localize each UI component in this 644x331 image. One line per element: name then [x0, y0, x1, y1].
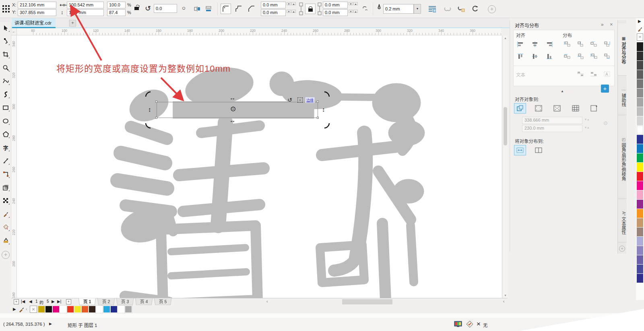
outline-width-dropdown[interactable]: ▾: [414, 4, 421, 14]
spin-up-tl[interactable]: ▴: [291, 2, 296, 5]
selected-rectangle[interactable]: [157, 102, 318, 118]
rotate-handle-bl[interactable]: [145, 122, 151, 129]
round-corner-button[interactable]: [221, 4, 231, 14]
scale-v-field[interactable]: 87.4: [107, 9, 126, 16]
color-swatch[interactable]: [637, 228, 643, 236]
color-swatch[interactable]: [637, 265, 643, 273]
ellipse-tool[interactable]: [1, 116, 10, 125]
last-page-icon[interactable]: ▶|: [57, 299, 61, 304]
color-swatch[interactable]: [637, 144, 643, 153]
corner-radius-bl-field[interactable]: 0.0 mm: [261, 9, 286, 16]
color-swatch[interactable]: [637, 98, 643, 107]
crop-tool[interactable]: [1, 50, 10, 59]
text-wrap-button[interactable]: [427, 4, 437, 14]
chamfered-corner-button[interactable]: [246, 4, 257, 14]
spin-down-bl[interactable]: ▾: [287, 10, 291, 13]
color-swatch[interactable]: [637, 163, 643, 172]
color-eyedropper-tool[interactable]: [1, 209, 10, 218]
drawing-canvas[interactable]: 将矩形的宽度或高度设置为整数例如10mm ↔ ↔ ↕ ↕ ⊙ ↺ + 边缘: [17, 35, 502, 298]
selection-node-bl[interactable]: [155, 117, 157, 119]
scale-h-field[interactable]: 100.0: [107, 2, 126, 8]
color-swatch[interactable]: [637, 89, 643, 97]
rotate-handle-tl[interactable]: [145, 91, 151, 97]
color-swatch[interactable]: [637, 274, 643, 283]
stretch-handle-bottom[interactable]: ↔: [229, 117, 235, 124]
add-page-end-button[interactable]: +: [66, 299, 71, 304]
outline-width-field[interactable]: 0.2 mm: [383, 4, 414, 14]
color-swatch[interactable]: [52, 306, 60, 313]
quick-customize-button[interactable]: +: [488, 5, 496, 13]
align-bottom-button[interactable]: [544, 52, 555, 61]
distribute-to-page-button[interactable]: [533, 145, 545, 155]
distribute-center-v-button[interactable]: [575, 52, 586, 61]
shape-tool[interactable]: [1, 37, 10, 46]
side-tab-text-properties[interactable]: A° 文本属性: [618, 202, 627, 242]
corner-radius-lock-button[interactable]: [305, 4, 316, 14]
fill-color-status-icon[interactable]: [466, 321, 473, 328]
free-rotate-icon[interactable]: ↺: [287, 97, 292, 103]
color-swatch[interactable]: [637, 61, 643, 70]
free-transform-icon[interactable]: +: [297, 97, 303, 103]
color-swatch[interactable]: [637, 237, 643, 246]
transparency-tool[interactable]: [1, 196, 10, 205]
distribute-bottom-button[interactable]: [602, 52, 612, 61]
rotation-field[interactable]: 0.0: [154, 4, 177, 13]
selection-node-tr[interactable]: [317, 101, 319, 103]
pick-point-icon[interactable]: ⊙: [603, 120, 608, 126]
distribute-spacing-h-button[interactable]: [588, 40, 599, 49]
page-tab-4[interactable]: 页 4: [135, 298, 153, 305]
convert-to-curves-icon[interactable]: [470, 4, 480, 14]
text-baseline-last-button[interactable]: [588, 70, 599, 79]
corner-radius-tr-field[interactable]: 0.0 mm: [323, 2, 348, 8]
hscroll-right-icon[interactable]: ‹: [503, 299, 504, 304]
scroll-down-icon[interactable]: ▾: [503, 294, 508, 297]
align-to-page-edge-button[interactable]: [533, 103, 545, 114]
document-palette-eyedropper-icon[interactable]: [19, 306, 24, 312]
color-swatch[interactable]: [637, 200, 643, 209]
distribute-center-h-button[interactable]: [575, 40, 586, 49]
horizontal-scroll-thumb[interactable]: [342, 299, 392, 304]
document-palette-flyout-icon[interactable]: ▶: [13, 307, 16, 311]
x-position-field[interactable]: 212.106 mm: [18, 2, 56, 8]
polygon-tool[interactable]: [1, 130, 10, 139]
prev-page-icon[interactable]: ◀: [29, 299, 32, 304]
rectangle-tool[interactable]: [1, 103, 10, 112]
first-page-icon[interactable]: |◀: [21, 299, 25, 304]
page-tab-5[interactable]: 页 5: [154, 298, 172, 305]
mirror-horizontal-button[interactable]: [192, 4, 202, 14]
color-swatch[interactable]: [637, 126, 643, 134]
palette-eyedropper-icon[interactable]: [638, 26, 642, 32]
ellipse-node-icon[interactable]: ○: [182, 4, 186, 11]
text-tool[interactable]: 字: [1, 143, 10, 152]
add-docker-button[interactable]: +: [619, 246, 625, 252]
add-tool-button[interactable]: +: [2, 251, 10, 259]
corner-radius-br-field[interactable]: 0.0 mm: [323, 9, 348, 16]
align-left-button[interactable]: [515, 40, 526, 49]
color-swatch[interactable]: [110, 306, 118, 313]
mirror-vertical-button[interactable]: [204, 4, 213, 14]
color-swatch[interactable]: [637, 52, 643, 60]
scalloped-corner-button[interactable]: [233, 4, 244, 14]
color-swatch[interactable]: [118, 306, 125, 313]
horizontal-ruler[interactable]: 8010012014016018020022024026028030032034…: [17, 28, 502, 35]
smart-fill-tool[interactable]: [1, 236, 10, 245]
status-flyout-icon[interactable]: ▶: [49, 322, 52, 326]
new-document-tab-button[interactable]: +: [69, 20, 76, 27]
text-bounding-box-button[interactable]: A: [602, 70, 612, 79]
rotate-handle-br[interactable]: [324, 122, 330, 129]
y-position-field[interactable]: 307.855 mm: [18, 9, 56, 16]
page-tab-3[interactable]: 页 3: [116, 298, 134, 305]
align-top-button[interactable]: [515, 52, 526, 61]
distribute-spacing-v-button[interactable]: [588, 52, 599, 61]
vertical-scrollbar[interactable]: ▴ ▾: [502, 35, 508, 298]
align-to-grid-button[interactable]: [570, 103, 582, 114]
distribute-left-button[interactable]: [562, 40, 572, 49]
distribute-right-button[interactable]: [602, 40, 612, 49]
align-center-h-button[interactable]: [530, 40, 540, 49]
spin-down-br[interactable]: ▾: [349, 10, 353, 13]
color-swatch[interactable]: [637, 190, 643, 199]
color-swatch[interactable]: [96, 306, 103, 313]
add-page-start-button[interactable]: +: [14, 299, 19, 304]
document-no-color-swatch[interactable]: ×: [30, 306, 37, 313]
color-swatch[interactable]: [60, 306, 67, 313]
